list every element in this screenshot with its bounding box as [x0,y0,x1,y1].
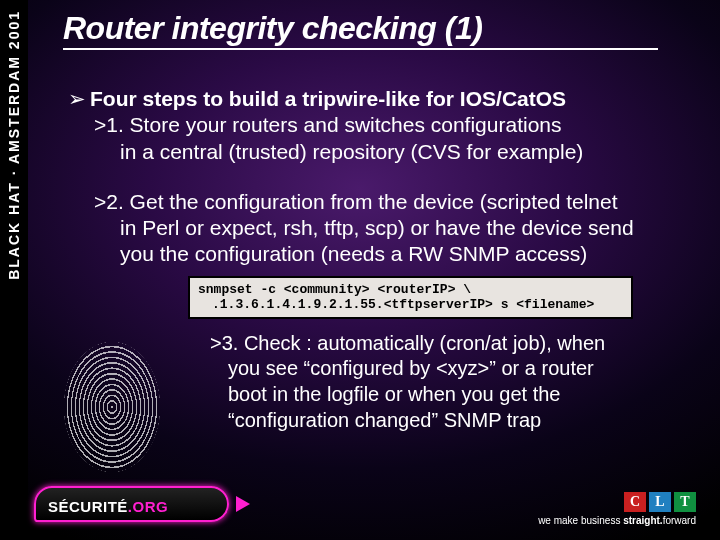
heading-text: Four steps to build a tripwire-like for … [90,87,566,110]
clt-c-block: C [624,492,646,512]
clt-l-block: L [649,492,671,512]
left-banner-text: BLACK HAT · AMSTERDAM 2001 [6,10,22,280]
clt-t-block: T [674,492,696,512]
step-2-line-1: >2. Get the configuration from the devic… [94,189,688,215]
step-2-line-2: in Perl or expect, rsh, tftp, scp) or ha… [120,215,688,241]
tagline-bold: straight. [623,515,662,526]
step-3-line-3: boot in the logfile or when you get the [228,382,688,408]
fingerprint-icon [64,342,160,472]
securite-brand: SÉCURITÉ [48,498,128,515]
heading: ➢Four steps to build a tripwire-like for… [68,85,688,112]
securite-badge-arrow-icon [236,496,250,512]
sponsor-logo: C L T we make business straight.forward [536,492,696,526]
clt-blocks: C L T [624,492,696,512]
step-2-line-3: you the configuration (needs a RW SNMP a… [120,241,688,267]
step-3-line-4: “configuration changed” SNMP trap [228,408,688,434]
tagline-post: forward [663,515,696,526]
step-3-line-1: >3. Check : automatically (cron/at job),… [210,331,688,357]
tagline-pre: we make business [538,515,623,526]
securite-suffix: .ORG [128,498,168,515]
slide-title: Router integrity checking (1) [63,10,658,50]
left-conference-banner: BLACK HAT · AMSTERDAM 2001 [0,0,28,540]
bullet-arrow-icon: ➢ [68,87,86,110]
securite-text: SÉCURITÉ.ORG [48,498,228,515]
code-snippet: snmpset -c <community> <routerIP> \ .1.3… [188,276,633,319]
sponsor-tagline: we make business straight.forward [536,515,696,526]
fingerprint-graphic: SÉCURITÉ.ORG [34,342,199,522]
step-1-line-2: in a central (trusted) repository (CVS f… [120,139,688,165]
step-1-line-1: >1. Store your routers and switches conf… [94,112,688,138]
step-3: >3. Check : automatically (cron/at job),… [210,331,688,433]
step-3-line-2: you see “configured by <xyz>” or a route… [228,356,688,382]
code-line-2: .1.3.6.1.4.1.9.2.1.55.<tftpserverIP> s <… [198,297,623,313]
code-line-1: snmpset -c <community> <routerIP> \ [198,282,471,297]
securite-logo: SÉCURITÉ.ORG [34,478,244,522]
